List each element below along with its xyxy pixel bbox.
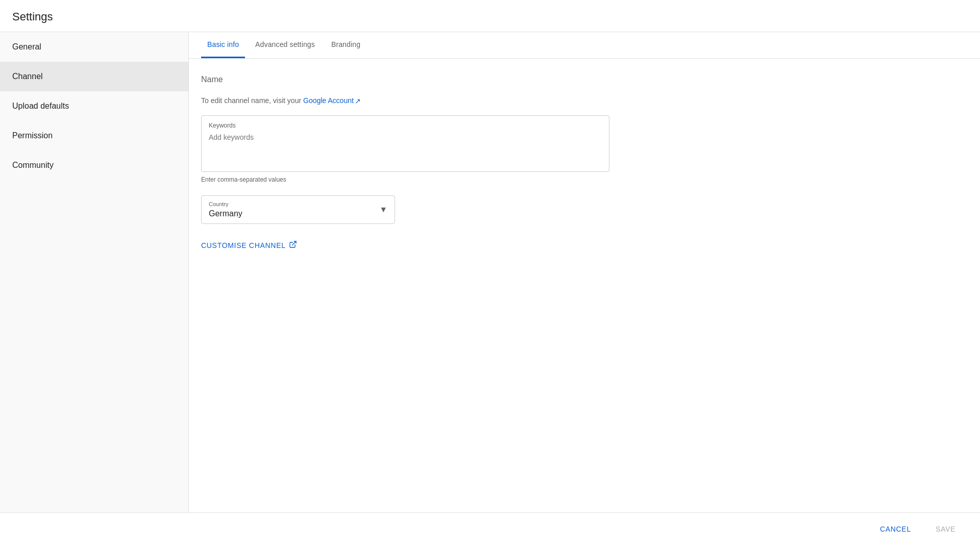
sidebar-item-permission[interactable]: Permission xyxy=(0,121,188,151)
page-title: Settings xyxy=(12,10,968,23)
keywords-hint: Enter comma-separated values xyxy=(201,176,968,183)
country-value: Germany xyxy=(209,209,387,218)
customise-channel-link[interactable]: CUSTOMISE CHANNEL xyxy=(201,240,297,251)
tab-advanced-settings[interactable]: Advanced settings xyxy=(249,32,321,58)
country-select[interactable]: Country Germany ▼ xyxy=(201,195,395,224)
sidebar-item-upload-defaults[interactable]: Upload defaults xyxy=(0,91,188,121)
main-layout: General Channel Upload defaults Permissi… xyxy=(0,32,980,512)
tab-branding[interactable]: Branding xyxy=(325,32,366,58)
keywords-label: Keywords xyxy=(209,122,602,129)
chevron-down-icon: ▼ xyxy=(379,205,387,214)
cancel-button[interactable]: CANCEL xyxy=(872,520,919,538)
save-button[interactable]: SAVE xyxy=(927,520,964,538)
sidebar-item-community[interactable]: Community xyxy=(0,151,188,180)
customise-channel-label: CUSTOMISE CHANNEL xyxy=(201,241,286,249)
content-area: Basic info Advanced settings Branding Na… xyxy=(189,32,980,512)
svg-line-0 xyxy=(292,241,296,245)
keywords-input[interactable] xyxy=(209,133,602,164)
sidebar-item-channel[interactable]: Channel xyxy=(0,62,188,91)
google-account-link[interactable]: Google Account xyxy=(303,96,354,105)
footer: CANCEL SAVE xyxy=(0,512,980,545)
country-label: Country xyxy=(209,201,387,207)
page-header: Settings xyxy=(0,0,980,32)
tabs: Basic info Advanced settings Branding xyxy=(189,32,980,59)
name-help-text: To edit channel name, visit your Google … xyxy=(201,96,968,105)
external-link-icon-2 xyxy=(289,240,297,251)
name-label: Name xyxy=(201,75,968,84)
external-link-icon: ↗ xyxy=(355,97,361,105)
form-section: Name To edit channel name, visit your Go… xyxy=(189,59,980,267)
sidebar: General Channel Upload defaults Permissi… xyxy=(0,32,189,512)
sidebar-item-general[interactable]: General xyxy=(0,32,188,62)
keywords-field-container: Keywords xyxy=(201,115,609,172)
tab-basic-info[interactable]: Basic info xyxy=(201,32,245,58)
